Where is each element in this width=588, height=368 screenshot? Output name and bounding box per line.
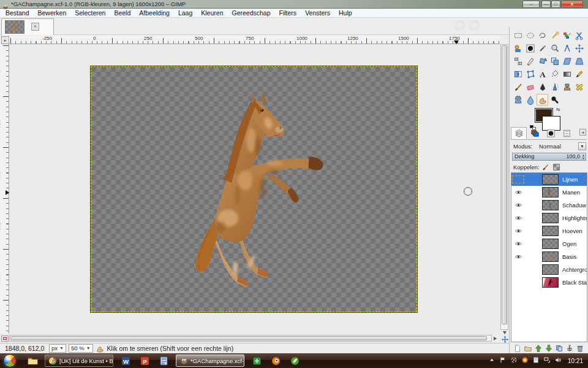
free-select-tool[interactable] — [537, 29, 548, 41]
menu-kleuren[interactable]: Kleuren — [197, 9, 227, 17]
lower-layer-button[interactable] — [545, 344, 554, 353]
resize-window-button[interactable]: ↔ — [522, 1, 540, 8]
bucket-fill-tool[interactable] — [549, 68, 560, 80]
text-tool[interactable]: A — [537, 68, 548, 80]
menu-bestand[interactable]: Bestand — [1, 9, 34, 17]
anchor-layer-button[interactable] — [565, 344, 575, 353]
menu-gereedschap[interactable]: Gereedschap — [227, 9, 274, 17]
unit-dropdown[interactable]: px▼ — [49, 344, 66, 353]
start-button[interactable] — [3, 354, 17, 367]
opacity-spinner[interactable]: ▲▼ — [582, 154, 585, 160]
layer-visibility-toggle[interactable] — [511, 276, 525, 289]
lock-pixels-icon[interactable] — [541, 163, 549, 171]
flip-tool[interactable] — [512, 68, 524, 80]
horizontal-scroll-thumb[interactable] — [10, 336, 487, 340]
canvas-viewport[interactable] — [9, 44, 500, 334]
menu-selecteren[interactable]: Selecteren — [70, 9, 110, 17]
airbrush-tool[interactable] — [549, 81, 560, 93]
layer-row[interactable]: Manen — [511, 186, 587, 199]
scroll-right-arrow[interactable] — [494, 337, 497, 340]
layer-row[interactable]: Black Star.JPG — [511, 276, 587, 289]
measure-tool[interactable] — [561, 42, 573, 54]
layers-tab[interactable] — [511, 127, 527, 139]
layer-visibility-toggle[interactable] — [511, 263, 525, 276]
menu-afbeelding[interactable]: Afbeelding — [135, 9, 174, 17]
layer-visibility-toggle[interactable] — [511, 199, 525, 212]
layer-visibility-toggle[interactable] — [511, 237, 525, 250]
scroll-down-arrow[interactable] — [503, 331, 507, 334]
canvas[interactable] — [91, 66, 417, 312]
taskbar-window-gimp[interactable]: *GAChampagne.xcf-... — [176, 355, 244, 367]
smudge-tool[interactable] — [537, 94, 548, 105]
close-button[interactable]: x — [561, 1, 583, 8]
mode-dropdown-button[interactable]: ▼ — [578, 142, 586, 150]
image-tab[interactable]: × — [1, 18, 54, 35]
fuzzy-select-tool[interactable] — [549, 29, 560, 41]
new-layer-group-button[interactable] — [524, 344, 533, 353]
layer-visibility-toggle[interactable] — [511, 186, 525, 199]
menu-bewerken[interactable]: Bewerken — [34, 9, 71, 17]
taskbar-window-chrome[interactable]: [UK] Uit de Kunst • B... — [45, 355, 113, 367]
navigation-button[interactable] — [501, 335, 509, 343]
ellipse-select-tool[interactable] — [524, 29, 536, 41]
horizontal-scrollbar[interactable] — [9, 335, 492, 342]
vertical-scrollbar[interactable] — [500, 44, 508, 330]
layer-row[interactable]: Hoeven — [511, 224, 587, 237]
updates-tray-icon[interactable] — [510, 355, 518, 366]
zoom-dropdown[interactable]: 50 %▼ — [69, 344, 93, 353]
duplicate-layer-button[interactable] — [555, 344, 564, 353]
perspective-clone-tool[interactable] — [512, 94, 524, 105]
taskbar-icon-powerpoint[interactable]: P — [138, 355, 151, 367]
taskbar-icon-calculator[interactable] — [157, 355, 170, 367]
raise-layer-button[interactable] — [534, 344, 543, 353]
crop-tool[interactable] — [524, 55, 536, 67]
heal-tool[interactable] — [573, 81, 585, 93]
shear-tool[interactable] — [561, 55, 573, 67]
paintbrush-tool[interactable] — [512, 81, 524, 93]
layer-row[interactable]: Ogen — [511, 237, 587, 250]
scissors-select-tool[interactable] — [573, 29, 585, 41]
dodge-burn-tool[interactable] — [549, 94, 560, 105]
network-tray-icon[interactable] — [543, 355, 551, 366]
layer-visibility-toggle[interactable] — [511, 173, 525, 186]
paths-tab[interactable] — [543, 127, 559, 139]
hidden-icons-tray-icon[interactable] — [488, 355, 496, 366]
action-center-tray-icon[interactable] — [499, 355, 507, 366]
ink-tool[interactable] — [537, 81, 548, 93]
layer-row[interactable]: Basis — [511, 250, 587, 263]
layer-row[interactable]: Schaduw — [511, 199, 587, 212]
tab-extra-icon[interactable]: × — [31, 23, 39, 31]
layer-row[interactable]: Achtergrond — [511, 263, 587, 276]
layer-visibility-toggle[interactable] — [511, 250, 525, 263]
rect-select-tool[interactable] — [512, 29, 524, 41]
menu-vensters[interactable]: Vensters — [301, 9, 334, 17]
title-bar[interactable]: *GAChampagne.xcf-1.0 (RGB-kleuren, 9 lag… — [0, 0, 588, 9]
scale-tool[interactable] — [549, 55, 560, 67]
menu-beeld[interactable]: Beeld — [110, 9, 135, 17]
delete-layer-button[interactable] — [576, 344, 585, 353]
vertical-scroll-thumb[interactable] — [502, 45, 507, 324]
new-layer-button[interactable] — [513, 344, 522, 353]
taskbar-icon-word[interactable]: W — [119, 355, 132, 367]
gradient-tool[interactable] — [561, 68, 573, 80]
eraser-tool[interactable] — [524, 81, 536, 93]
foreground-select-tool[interactable] — [512, 42, 524, 54]
maximize-button[interactable]: □ — [551, 1, 560, 8]
lock-alpha-icon[interactable] — [552, 163, 560, 171]
volume-tray-icon[interactable] — [554, 355, 562, 366]
taskbar-icon-blender[interactable] — [269, 355, 282, 367]
panel-menu-button[interactable]: ◂ — [579, 129, 586, 136]
paths-tool[interactable] — [524, 42, 536, 54]
blur-sharpen-tool[interactable] — [524, 94, 536, 105]
cage-transform-tool[interactable] — [524, 68, 536, 80]
menu-laag[interactable]: Laag — [174, 9, 197, 17]
layer-row[interactable]: Lijnen — [511, 173, 587, 186]
swap-colors-icon[interactable]: ⇆ — [556, 107, 560, 112]
menu-hulp[interactable]: Hulp — [334, 9, 356, 17]
pencil-tool[interactable] — [573, 68, 585, 80]
taskbar-icon-explorer[interactable] — [26, 355, 39, 367]
quickmask-toggle[interactable] — [1, 335, 9, 342]
clone-tool[interactable] — [561, 81, 573, 93]
rotate-tool[interactable] — [537, 55, 548, 67]
history-tab[interactable] — [559, 127, 575, 139]
